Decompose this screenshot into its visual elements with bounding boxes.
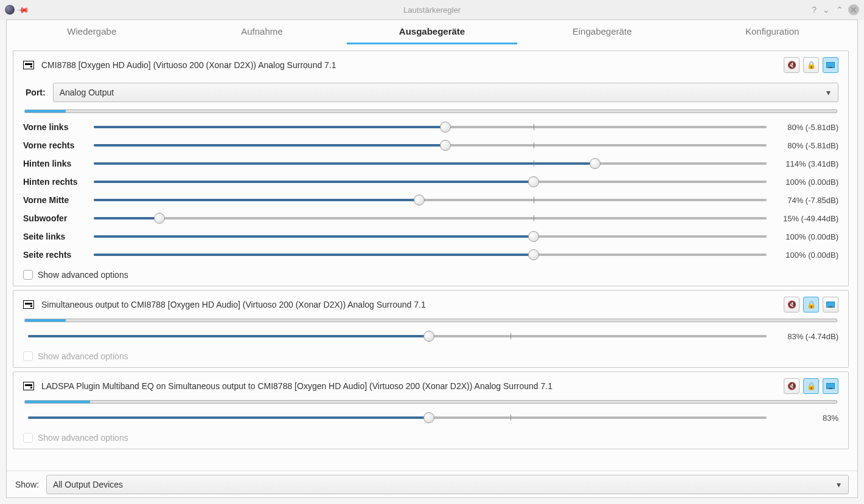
- slider-thumb[interactable]: [528, 249, 539, 260]
- vu-meter: [24, 319, 837, 322]
- slider-thumb[interactable]: [440, 140, 451, 151]
- sound-card-icon: [23, 382, 34, 390]
- slider-thumb[interactable]: [423, 412, 434, 423]
- slider-thumb[interactable]: [528, 176, 539, 187]
- minimize-icon[interactable]: ⌄: [821, 4, 831, 16]
- channel-row: Vorne links80% (-5.81dB): [23, 118, 838, 136]
- sound-card-icon: [23, 61, 34, 69]
- slider-thumb[interactable]: [440, 122, 451, 133]
- channel-label: Seite rechts: [23, 250, 89, 260]
- show-label: Show:: [15, 480, 39, 489]
- slider-fill: [94, 199, 419, 201]
- channel-row: Seite rechts100% (0.00dB): [23, 246, 838, 264]
- monitor-icon: [826, 383, 835, 389]
- pin-icon[interactable]: 📌: [16, 3, 30, 16]
- volume-slider[interactable]: [94, 157, 767, 170]
- channel-row: Vorne rechts80% (-5.81dB): [23, 136, 838, 154]
- vu-meter-fill: [25, 319, 66, 322]
- vu-meter: [24, 109, 837, 113]
- channel-value: 83%: [772, 413, 838, 423]
- mute-icon: [787, 382, 796, 390]
- channel-label: Vorne Mitte: [23, 195, 89, 205]
- slider-tick-100: [510, 333, 511, 339]
- slider-tick-100: [534, 197, 534, 203]
- set-default-button[interactable]: [823, 378, 838, 394]
- tab-eingabegeräte[interactable]: Eingabegeräte: [517, 20, 688, 44]
- channel-row: Hinten rechts100% (0.00dB): [23, 173, 838, 191]
- device-panel: CMI8788 [Oxygen HD Audio] (Virtuoso 200 …: [13, 50, 849, 286]
- maximize-icon[interactable]: ⌃: [835, 4, 845, 16]
- channel-label: Subwoofer: [23, 213, 89, 223]
- vu-meter-fill: [25, 110, 66, 112]
- close-icon[interactable]: ✕: [848, 4, 859, 15]
- volume-slider[interactable]: [94, 212, 767, 224]
- slider-tick-100: [534, 215, 534, 221]
- volume-slider[interactable]: [94, 249, 767, 261]
- lock-icon: [807, 61, 816, 69]
- monitor-icon: [826, 302, 835, 308]
- lock-channels-button[interactable]: [803, 378, 819, 394]
- titlebar: 📌 Lautstärkeregler ? ⌄ ⌃ ✕: [0, 0, 864, 19]
- volume-slider[interactable]: [94, 121, 767, 133]
- tab-konfiguration[interactable]: Konfiguration: [687, 20, 857, 44]
- channel-value: 83% (-4.74dB): [772, 332, 838, 341]
- device-header-buttons: [784, 57, 838, 73]
- tab-aufnahme[interactable]: Aufnahme: [177, 20, 347, 44]
- lock-channels-button[interactable]: [803, 297, 819, 312]
- slider-tick-100: [534, 142, 534, 148]
- set-default-button[interactable]: [823, 57, 838, 73]
- port-row: Port:Analog Output: [26, 83, 838, 102]
- device-panel: Simultaneous output to CMI8788 [Oxygen H…: [13, 290, 849, 368]
- volume-slider[interactable]: [94, 139, 767, 151]
- channel-value: 80% (-5.81dB): [772, 123, 838, 132]
- volume-slider[interactable]: [28, 412, 767, 424]
- advanced-options-checkbox[interactable]: [23, 270, 33, 280]
- volume-slider[interactable]: [94, 230, 767, 243]
- slider-thumb[interactable]: [414, 195, 425, 205]
- device-header-buttons: [784, 297, 838, 312]
- slider-thumb[interactable]: [590, 158, 601, 169]
- content-area[interactable]: CMI8788 [Oxygen HD Audio] (Virtuoso 200 …: [7, 44, 857, 471]
- channel-value: 100% (0.00dB): [772, 250, 838, 260]
- mute-button[interactable]: [784, 378, 800, 394]
- mute-button[interactable]: [784, 57, 800, 73]
- tab-bar: WiedergabeAufnahmeAusgabegeräteEingabege…: [7, 20, 857, 44]
- slider-thumb[interactable]: [154, 213, 165, 224]
- tab-ausgabegeräte[interactable]: Ausgabegeräte: [347, 20, 517, 44]
- lock-icon: [807, 382, 816, 390]
- app-icon: [5, 5, 15, 15]
- show-combo-value: All Output Devices: [53, 480, 123, 489]
- channel-row: Seite links100% (0.00dB): [23, 227, 838, 246]
- slider-thumb[interactable]: [528, 231, 539, 242]
- slider-track: [94, 217, 767, 219]
- channel-value: 100% (0.00dB): [772, 232, 838, 241]
- slider-fill: [94, 162, 595, 165]
- monitor-icon: [826, 62, 835, 68]
- help-icon[interactable]: ?: [810, 4, 818, 16]
- channel-label: Vorne rechts: [23, 140, 89, 150]
- slider-thumb[interactable]: [423, 331, 434, 342]
- port-label: Port:: [26, 88, 46, 97]
- slider-tick-100: [534, 161, 534, 167]
- port-combo[interactable]: Analog Output: [53, 83, 838, 102]
- mute-icon: [787, 61, 796, 69]
- show-combo[interactable]: All Output Devices: [46, 475, 849, 494]
- volume-slider[interactable]: [94, 176, 767, 188]
- slider-fill: [94, 144, 445, 147]
- set-default-button[interactable]: [823, 297, 838, 312]
- advanced-options-label: Show advanced options: [38, 270, 128, 280]
- channel-value: 114% (3.41dB): [772, 159, 838, 168]
- channel-row: 83%: [23, 409, 838, 427]
- channel-value: 15% (-49.44dB): [772, 214, 838, 223]
- window-controls: ? ⌄ ⌃ ✕: [810, 4, 859, 16]
- mute-button[interactable]: [784, 297, 800, 312]
- device-name: CMI8788 [Oxygen HD Audio] (Virtuoso 200 …: [41, 60, 776, 70]
- volume-slider[interactable]: [94, 194, 767, 206]
- lock-icon: [807, 300, 816, 309]
- channel-value: 80% (-5.81dB): [772, 141, 838, 150]
- tab-wiedergabe[interactable]: Wiedergabe: [7, 20, 177, 44]
- channel-label: Hinten links: [23, 159, 89, 168]
- volume-slider[interactable]: [28, 330, 767, 342]
- lock-channels-button[interactable]: [803, 57, 819, 73]
- device-header: Simultaneous output to CMI8788 [Oxygen H…: [23, 291, 838, 316]
